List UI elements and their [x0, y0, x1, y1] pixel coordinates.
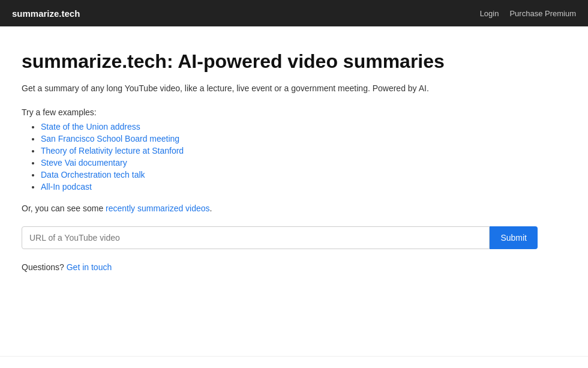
example-link-2[interactable]: San Francisco School Board meeting [41, 134, 179, 143]
get-in-touch-link[interactable]: Get in touch [67, 262, 112, 272]
list-item: All-In podcast [41, 182, 566, 192]
site-logo[interactable]: summarize.tech [12, 8, 80, 19]
questions-line: Questions? Get in touch [22, 262, 566, 272]
examples-label: Try a few examples: [22, 107, 566, 117]
recent-line: Or, you can see some recently summarized… [22, 204, 566, 213]
list-item: Steve Vai documentary [41, 158, 566, 167]
list-item: Theory of Relativity lecture at Stanford [41, 146, 566, 155]
page-title: summarize.tech: AI-powered video summari… [22, 50, 566, 73]
examples-list: State of the Union address San Francisco… [22, 122, 566, 192]
list-item: Data Orchestration tech talk [41, 170, 566, 179]
submit-button[interactable]: Submit [490, 226, 538, 249]
subtitle-text: Get a summary of any long YouTube video,… [22, 83, 566, 93]
nav-links: Login Purchase Premium [480, 9, 576, 18]
main-content: summarize.tech: AI-powered video summari… [0, 26, 588, 332]
login-link[interactable]: Login [480, 9, 499, 18]
url-input[interactable] [22, 226, 490, 249]
example-link-4[interactable]: Steve Vai documentary [41, 158, 127, 167]
recent-suffix: . [210, 204, 212, 213]
site-footer: Copyright © 2024 Summarize, LLC. All rig… [0, 356, 588, 368]
example-link-5[interactable]: Data Orchestration tech talk [41, 170, 145, 179]
questions-prefix: Questions? [22, 262, 67, 272]
example-link-3[interactable]: Theory of Relativity lecture at Stanford [41, 146, 184, 155]
recent-prefix: Or, you can see some [22, 204, 106, 213]
url-form: Submit [22, 226, 538, 249]
recently-summarized-link[interactable]: recently summarized videos [106, 204, 210, 213]
example-link-1[interactable]: State of the Union address [41, 122, 140, 131]
site-header: summarize.tech Login Purchase Premium [0, 0, 588, 26]
list-item: San Francisco School Board meeting [41, 134, 566, 143]
list-item: State of the Union address [41, 122, 566, 131]
purchase-premium-link[interactable]: Purchase Premium [509, 9, 576, 18]
example-link-6[interactable]: All-In podcast [41, 182, 92, 192]
